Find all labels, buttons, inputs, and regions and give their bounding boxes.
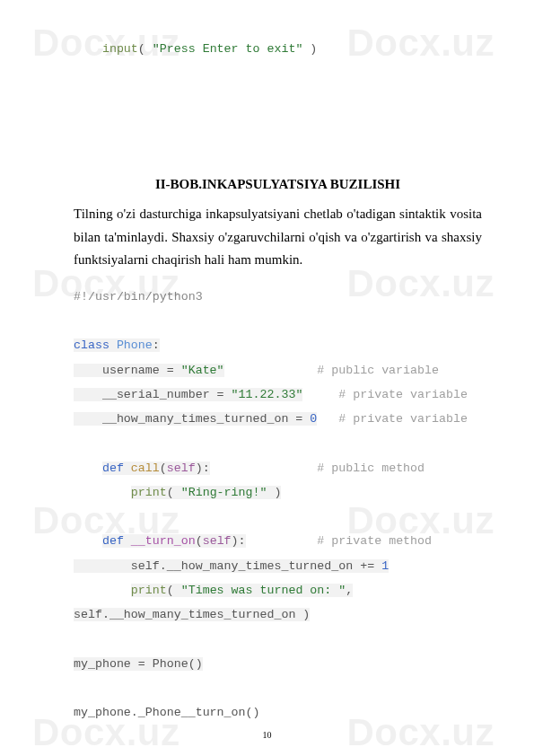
page: Docx.uz Docx.uz Docx.uz Docx.uz Docx.uz … [0, 0, 534, 756]
code-comment: # public method [317, 462, 425, 475]
code-string: "Ring-ring!" [181, 486, 267, 499]
code-fn: call [131, 462, 160, 475]
code-shebang: #!/usr/bin/python3 [74, 290, 203, 303]
code-block: #!/usr/bin/python3 class Phone: username… [74, 285, 482, 725]
code-classname: Phone [117, 338, 153, 352]
code-comment: # private method [317, 534, 432, 548]
code-string: "Kate" [181, 364, 224, 377]
code-self: self [203, 534, 232, 548]
code-text: my_phone._Phone__turn_on() [74, 706, 259, 719]
code-keyword: def [102, 462, 124, 475]
body-paragraph: Tilning o'zi dasturchiga inkapsulyatsiya… [74, 203, 482, 272]
code-paren: ) [302, 42, 317, 56]
code-string: "Times was turned on: " [181, 584, 346, 597]
code-text: self.__how_many_times_turned_on += [74, 559, 381, 573]
section-heading: II-BOB.INKAPSULYATSIYA BUZILISHI [74, 177, 482, 192]
code-fn: print [131, 584, 167, 597]
code-keyword: def [102, 534, 124, 548]
code-string: "11.22.33" [232, 388, 303, 401]
code-comment: # private variable [338, 412, 468, 426]
code-fn: print [131, 486, 167, 499]
code-text: username = [74, 364, 181, 377]
code-colon: : [153, 338, 160, 352]
code-keyword: class [74, 338, 109, 352]
page-number: 10 [0, 730, 534, 740]
code-string: "Press Enter to exit" [153, 42, 303, 56]
code-text: my_phone = Phone() [74, 657, 203, 671]
code-text: __how_many_times_turned_on = [74, 412, 310, 426]
code-comment: # public variable [317, 364, 439, 377]
code-comment: # private variable [338, 388, 468, 401]
code-self: self [167, 462, 196, 475]
code-paren: ( [138, 42, 153, 56]
code-number: 1 [381, 559, 389, 573]
code-text: self.__how_many_times_turned_on ) [74, 608, 310, 621]
code-fn: input [102, 42, 138, 56]
code-text: __serial_number = [74, 388, 232, 401]
code-private-fn: __turn_on [131, 534, 196, 548]
code-indent [74, 42, 102, 56]
code-snippet-top: input( "Press Enter to exit" ) [74, 40, 482, 58]
